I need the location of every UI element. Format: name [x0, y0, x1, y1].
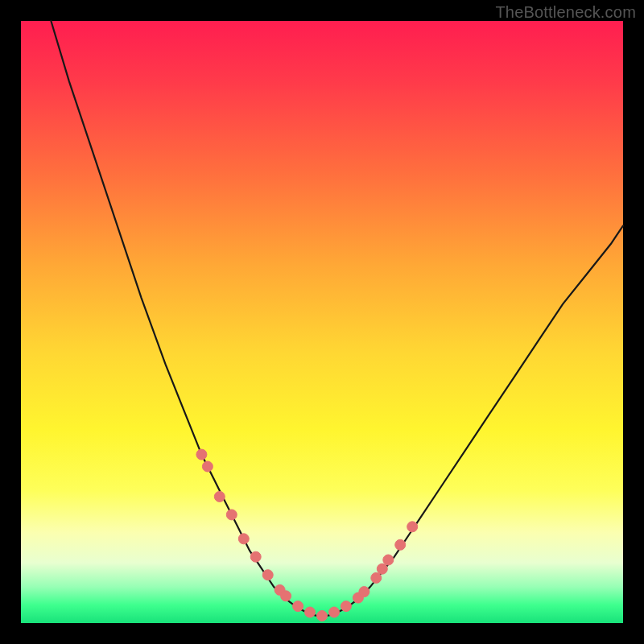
highlight-dot	[317, 611, 328, 621]
highlight-dot	[202, 461, 213, 472]
highlight-dot	[293, 601, 303, 612]
highlight-dot	[395, 539, 406, 550]
highlight-dot	[226, 510, 237, 520]
highlight-dot	[305, 607, 316, 617]
highlight-dot	[238, 534, 249, 544]
highlight-dot	[341, 601, 351, 612]
highlight-dot	[383, 555, 394, 565]
highlight-dot	[377, 564, 387, 574]
performance-curve	[51, 21, 623, 617]
highlight-dot	[262, 570, 273, 580]
highlight-dot	[214, 491, 225, 502]
highlight-dot	[196, 449, 207, 460]
highlight-dot	[359, 587, 369, 597]
bottleneck-chart	[21, 21, 623, 623]
highlight-dot	[281, 591, 291, 601]
highlight-dot	[250, 551, 261, 562]
highlight-dot	[329, 607, 340, 617]
highlight-dot	[407, 522, 418, 532]
highlight-dot	[371, 572, 382, 583]
highlight-dots	[196, 449, 418, 621]
watermark-text: TheBottleneck.com	[495, 3, 636, 22]
